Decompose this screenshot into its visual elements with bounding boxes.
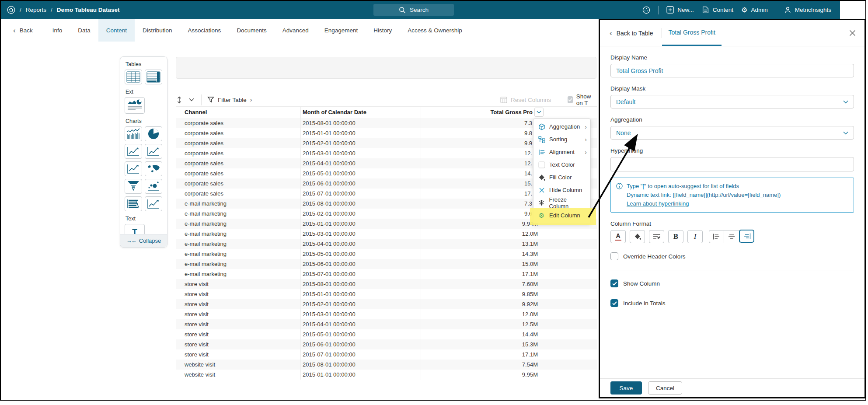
menu-item-freeze-column[interactable]: Freeze Column <box>533 196 590 209</box>
override-header-colors-checkbox[interactable]: Override Header Colors <box>610 252 854 260</box>
text-color-button[interactable]: A <box>610 230 626 243</box>
breadcrumb-reports[interactable]: Reports <box>26 7 46 13</box>
tab-advanced[interactable]: Advanced <box>275 19 317 42</box>
filter-table-button[interactable]: Filter Table › <box>207 93 252 106</box>
column-menu-button[interactable] <box>534 108 544 117</box>
table-row[interactable]: e-mail marketing2015-03-01 00:00:0012.0M <box>176 229 597 239</box>
table-highlight-column-icon[interactable] <box>145 70 162 84</box>
table-row[interactable]: e-mail marketing2015-07-01 00:00:0017.1M <box>176 269 597 279</box>
include-in-totals-checkbox[interactable]: Include in Totals <box>610 299 854 307</box>
table-row[interactable]: e-mail marketing2015-04-01 00:00:0013.1M <box>176 239 597 249</box>
tab-history[interactable]: History <box>366 19 400 42</box>
external-content-icon[interactable] <box>125 97 145 114</box>
table-row[interactable]: store visit2015-05-01 00:00:0014.4M <box>176 329 597 339</box>
table-row[interactable]: store visit2015-04-01 00:00:0012.5M <box>176 319 597 329</box>
combo-chart-icon[interactable] <box>125 126 142 141</box>
cell-month: 2015-08-01 00:00:00 <box>303 118 356 128</box>
save-button[interactable]: Save <box>610 381 642 395</box>
trend-chart-icon[interactable] <box>145 144 162 159</box>
menu-item-aggregation[interactable]: Aggregation › <box>533 120 590 133</box>
new-label: New... <box>677 7 694 13</box>
cancel-button[interactable]: Cancel <box>648 381 682 395</box>
italic-button[interactable]: I <box>687 230 703 243</box>
cell-channel: store visit <box>185 319 209 329</box>
reset-columns-button[interactable]: Reset Columns <box>500 93 551 106</box>
hide-column-icon <box>538 187 545 193</box>
fill-color-button[interactable] <box>630 230 645 243</box>
column-header-month[interactable]: Month of Calendar Date <box>303 109 366 115</box>
pie-chart-icon[interactable] <box>145 126 162 141</box>
tab-distribution[interactable]: Distribution <box>135 19 180 42</box>
table-row[interactable]: store visit2015-01-01 00:00:009.85M <box>176 289 597 299</box>
tab-documents[interactable]: Documents <box>229 19 274 42</box>
show-column-checkbox[interactable]: Show Column <box>610 279 854 287</box>
collapse-button[interactable]: →← Collapse <box>120 234 167 247</box>
table-row[interactable]: store visit2015-03-01 00:00:0012.0M <box>176 309 597 319</box>
row-height-icon[interactable] <box>177 93 182 106</box>
column-header-value[interactable]: Total Gross Pro <box>490 109 533 115</box>
table-icon[interactable] <box>125 70 142 84</box>
menu-item-hide-column[interactable]: Hide Column <box>533 184 590 196</box>
tab-data[interactable]: Data <box>70 19 98 42</box>
table-row[interactable]: website visit2015-08-01 00:00:007.54M <box>176 360 597 370</box>
align-left-button[interactable] <box>709 230 724 243</box>
bold-button[interactable]: B <box>668 230 683 243</box>
funnel-chart-icon[interactable] <box>125 179 142 194</box>
panel-tab-total-gross-profit[interactable]: Total Gross Profit <box>662 20 721 46</box>
support-icon[interactable] <box>642 6 650 14</box>
wrap-text-button[interactable] <box>649 230 664 243</box>
table-row[interactable]: e-mail marketing2015-05-01 00:00:0014.3M <box>176 249 597 259</box>
column-header-channel[interactable]: Channel <box>185 109 207 115</box>
back-to-table-button[interactable]: ‹ Back to Table <box>610 20 653 46</box>
hint-line-2: Dynamic text link: [[field_name]](http:/… <box>627 192 781 198</box>
new-button[interactable]: New... <box>666 6 694 14</box>
line-area-chart-icon[interactable] <box>125 161 142 176</box>
table-row[interactable]: store visit2015-02-01 00:00:009.92M <box>176 299 597 309</box>
menu-item-fill-color[interactable]: Fill Color <box>533 171 590 184</box>
aggregation-select[interactable]: None <box>610 126 854 140</box>
menu-item-alignment[interactable]: Alignment › <box>533 146 590 158</box>
admin-button[interactable]: ⚙ Admin <box>741 7 768 14</box>
table-row[interactable]: store visit2015-06-01 00:00:0015.3M <box>176 339 597 349</box>
cell-month: 2015-03-01 00:00:00 <box>303 148 356 158</box>
back-to-table-label: Back to Table <box>617 30 653 37</box>
learn-about-hyperlinking-link[interactable]: Learn about hyperlinking <box>627 200 689 207</box>
align-right-button[interactable] <box>739 230 754 243</box>
tab-engagement[interactable]: Engagement <box>317 19 366 42</box>
menu-item-sorting[interactable]: Sorting › <box>533 133 590 146</box>
close-panel-button[interactable] <box>849 20 856 46</box>
bar-list-chart-icon[interactable] <box>125 196 142 211</box>
table-row[interactable]: store visit2015-07-01 00:00:0017.1M <box>176 349 597 360</box>
table-row[interactable]: e-mail marketing2015-06-01 00:00:0015.0M <box>176 259 597 269</box>
menu-item-text-color[interactable]: Text Color <box>533 158 590 171</box>
report-title-dropzone[interactable] <box>176 57 596 79</box>
tab-info[interactable]: Info <box>45 19 70 42</box>
cell-channel: corporate sales <box>185 128 223 138</box>
bubble-chart-icon[interactable] <box>145 179 162 194</box>
user-menu[interactable]: MetricInsights <box>784 6 831 14</box>
line-chart-icon[interactable] <box>125 144 142 159</box>
align-center-button[interactable] <box>724 230 739 243</box>
content-button[interactable]: Content <box>702 6 733 14</box>
alignment-icon <box>538 149 545 156</box>
cell-channel: corporate sales <box>185 168 223 178</box>
cell-value: 9.85M <box>522 289 538 299</box>
map-chart-icon[interactable] <box>145 161 162 176</box>
spline-chart-icon[interactable] <box>145 196 162 211</box>
back-button[interactable]: ‹ Back <box>13 19 40 42</box>
table-row[interactable]: website visit2015-01-01 00:00:009.95M <box>176 370 597 380</box>
table-row[interactable]: store visit2015-08-01 00:00:007.60M <box>176 279 597 289</box>
tab-content[interactable]: Content <box>98 19 135 42</box>
reset-columns-icon <box>500 97 507 103</box>
search-input[interactable]: Search <box>373 4 454 16</box>
chevron-down-icon[interactable] <box>189 93 194 106</box>
home-icon[interactable] <box>7 6 15 14</box>
hyperlinking-input[interactable] <box>610 157 854 171</box>
cell-channel: store visit <box>185 339 209 349</box>
display-name-input[interactable]: Total Gross Profit <box>610 64 854 77</box>
menu-item-edit-column[interactable]: ⚙ Edit Column <box>533 209 590 222</box>
show-on-checkbox[interactable]: Show on T <box>568 93 597 106</box>
tab-access-ownership[interactable]: Access & Ownership <box>400 19 470 42</box>
display-mask-select[interactable]: Default <box>610 95 854 108</box>
tab-associations[interactable]: Associations <box>180 19 229 42</box>
